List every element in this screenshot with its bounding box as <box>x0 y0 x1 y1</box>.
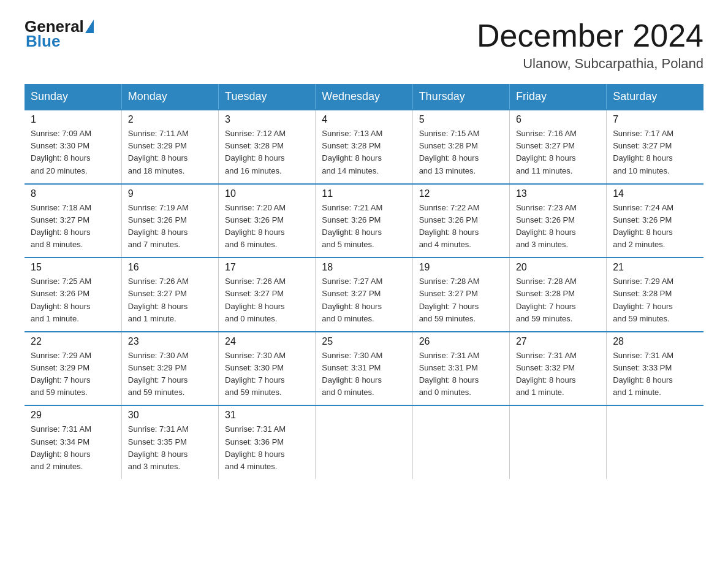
calendar-cell: 4 Sunrise: 7:13 AM Sunset: 3:28 PM Dayli… <box>316 110 412 184</box>
day-number: 5 <box>419 114 503 125</box>
day-info: Sunrise: 7:28 AM Sunset: 3:28 PM Dayligh… <box>516 275 600 325</box>
day-number: 27 <box>516 336 600 347</box>
day-number: 26 <box>419 336 503 347</box>
day-info: Sunrise: 7:09 AM Sunset: 3:30 PM Dayligh… <box>31 128 115 177</box>
day-info: Sunrise: 7:25 AM Sunset: 3:26 PM Dayligh… <box>31 275 115 325</box>
day-info: Sunrise: 7:27 AM Sunset: 3:27 PM Dayligh… <box>322 275 406 325</box>
day-info: Sunrise: 7:11 AM Sunset: 3:29 PM Dayligh… <box>128 128 212 177</box>
day-number: 19 <box>419 262 503 273</box>
day-number: 16 <box>128 262 212 273</box>
day-info: Sunrise: 7:17 AM Sunset: 3:27 PM Dayligh… <box>613 128 697 177</box>
calendar-cell: 20 Sunrise: 7:28 AM Sunset: 3:28 PM Dayl… <box>509 258 606 332</box>
day-info: Sunrise: 7:31 AM Sunset: 3:34 PM Dayligh… <box>31 423 115 473</box>
day-info: Sunrise: 7:24 AM Sunset: 3:26 PM Dayligh… <box>613 202 697 251</box>
calendar-cell: 13 Sunrise: 7:23 AM Sunset: 3:26 PM Dayl… <box>509 184 606 258</box>
calendar-cell: 16 Sunrise: 7:26 AM Sunset: 3:27 PM Dayl… <box>121 258 218 332</box>
day-info: Sunrise: 7:29 AM Sunset: 3:28 PM Dayligh… <box>613 275 697 325</box>
calendar-table: SundayMondayTuesdayWednesdayThursdayFrid… <box>25 84 703 479</box>
day-info: Sunrise: 7:31 AM Sunset: 3:36 PM Dayligh… <box>225 423 309 473</box>
calendar-cell: 30 Sunrise: 7:31 AM Sunset: 3:35 PM Dayl… <box>121 405 218 479</box>
day-number: 31 <box>225 410 309 421</box>
day-info: Sunrise: 7:13 AM Sunset: 3:28 PM Dayligh… <box>322 128 406 177</box>
day-info: Sunrise: 7:12 AM Sunset: 3:28 PM Dayligh… <box>225 128 309 177</box>
week-row-5: 29 Sunrise: 7:31 AM Sunset: 3:34 PM Dayl… <box>25 405 703 479</box>
day-number: 3 <box>225 114 309 125</box>
calendar-cell: 25 Sunrise: 7:30 AM Sunset: 3:31 PM Dayl… <box>316 332 412 406</box>
day-info: Sunrise: 7:29 AM Sunset: 3:29 PM Dayligh… <box>31 350 115 399</box>
day-number: 8 <box>31 188 115 199</box>
day-info: Sunrise: 7:16 AM Sunset: 3:27 PM Dayligh… <box>516 128 600 177</box>
calendar-cell: 19 Sunrise: 7:28 AM Sunset: 3:27 PM Dayl… <box>412 258 509 332</box>
day-number: 6 <box>516 114 600 125</box>
day-info: Sunrise: 7:15 AM Sunset: 3:28 PM Dayligh… <box>419 128 503 177</box>
calendar-cell: 2 Sunrise: 7:11 AM Sunset: 3:29 PM Dayli… <box>121 110 218 184</box>
location-text: Ulanow, Subcarpathia, Poland <box>477 56 703 72</box>
weekday-header-thursday: Thursday <box>412 84 509 110</box>
calendar-cell <box>607 405 703 479</box>
day-info: Sunrise: 7:20 AM Sunset: 3:26 PM Dayligh… <box>225 202 309 251</box>
day-info: Sunrise: 7:19 AM Sunset: 3:26 PM Dayligh… <box>128 202 212 251</box>
day-info: Sunrise: 7:31 AM Sunset: 3:35 PM Dayligh… <box>128 423 212 473</box>
day-number: 28 <box>613 336 697 347</box>
weekday-header-friday: Friday <box>509 84 606 110</box>
day-info: Sunrise: 7:31 AM Sunset: 3:33 PM Dayligh… <box>613 350 697 399</box>
logo-blue-text: Blue <box>26 32 60 51</box>
day-info: Sunrise: 7:30 AM Sunset: 3:29 PM Dayligh… <box>128 350 212 399</box>
calendar-cell: 28 Sunrise: 7:31 AM Sunset: 3:33 PM Dayl… <box>607 332 703 406</box>
day-number: 18 <box>322 262 406 273</box>
calendar-cell: 31 Sunrise: 7:31 AM Sunset: 3:36 PM Dayl… <box>219 405 316 479</box>
calendar-cell: 12 Sunrise: 7:22 AM Sunset: 3:26 PM Dayl… <box>412 184 509 258</box>
day-number: 2 <box>128 114 212 125</box>
day-number: 24 <box>225 336 309 347</box>
calendar-cell: 22 Sunrise: 7:29 AM Sunset: 3:29 PM Dayl… <box>25 332 121 406</box>
calendar-cell <box>509 405 606 479</box>
day-number: 23 <box>128 336 212 347</box>
day-number: 21 <box>613 262 697 273</box>
calendar-cell <box>316 405 412 479</box>
day-info: Sunrise: 7:30 AM Sunset: 3:30 PM Dayligh… <box>225 350 309 399</box>
day-number: 25 <box>322 336 406 347</box>
logo: General Blue <box>25 18 95 51</box>
day-info: Sunrise: 7:28 AM Sunset: 3:27 PM Dayligh… <box>419 275 503 325</box>
day-info: Sunrise: 7:18 AM Sunset: 3:27 PM Dayligh… <box>31 202 115 251</box>
day-number: 9 <box>128 188 212 199</box>
week-row-2: 8 Sunrise: 7:18 AM Sunset: 3:27 PM Dayli… <box>25 184 703 258</box>
day-info: Sunrise: 7:30 AM Sunset: 3:31 PM Dayligh… <box>322 350 406 399</box>
calendar-cell: 7 Sunrise: 7:17 AM Sunset: 3:27 PM Dayli… <box>607 110 703 184</box>
calendar-cell: 23 Sunrise: 7:30 AM Sunset: 3:29 PM Dayl… <box>121 332 218 406</box>
weekday-header-wednesday: Wednesday <box>316 84 412 110</box>
page-header: General Blue December 2024 Ulanow, Subca… <box>25 18 703 72</box>
day-number: 10 <box>225 188 309 199</box>
day-info: Sunrise: 7:31 AM Sunset: 3:32 PM Dayligh… <box>516 350 600 399</box>
week-row-1: 1 Sunrise: 7:09 AM Sunset: 3:30 PM Dayli… <box>25 110 703 184</box>
logo-triangle-icon <box>85 20 94 33</box>
calendar-cell: 15 Sunrise: 7:25 AM Sunset: 3:26 PM Dayl… <box>25 258 121 332</box>
day-number: 29 <box>31 410 115 421</box>
calendar-cell: 11 Sunrise: 7:21 AM Sunset: 3:26 PM Dayl… <box>316 184 412 258</box>
title-block: December 2024 Ulanow, Subcarpathia, Pola… <box>477 18 703 72</box>
day-number: 13 <box>516 188 600 199</box>
calendar-cell: 10 Sunrise: 7:20 AM Sunset: 3:26 PM Dayl… <box>219 184 316 258</box>
weekday-header-sunday: Sunday <box>25 84 121 110</box>
calendar-cell: 14 Sunrise: 7:24 AM Sunset: 3:26 PM Dayl… <box>607 184 703 258</box>
day-number: 22 <box>31 336 115 347</box>
day-number: 12 <box>419 188 503 199</box>
day-number: 4 <box>322 114 406 125</box>
calendar-cell: 26 Sunrise: 7:31 AM Sunset: 3:31 PM Dayl… <box>412 332 509 406</box>
day-info: Sunrise: 7:26 AM Sunset: 3:27 PM Dayligh… <box>128 275 212 325</box>
weekday-header-row: SundayMondayTuesdayWednesdayThursdayFrid… <box>25 84 703 110</box>
calendar-cell: 29 Sunrise: 7:31 AM Sunset: 3:34 PM Dayl… <box>25 405 121 479</box>
calendar-cell: 17 Sunrise: 7:26 AM Sunset: 3:27 PM Dayl… <box>219 258 316 332</box>
day-number: 7 <box>613 114 697 125</box>
day-number: 14 <box>613 188 697 199</box>
day-number: 17 <box>225 262 309 273</box>
month-title: December 2024 <box>477 18 703 53</box>
day-number: 20 <box>516 262 600 273</box>
day-info: Sunrise: 7:21 AM Sunset: 3:26 PM Dayligh… <box>322 202 406 251</box>
day-info: Sunrise: 7:22 AM Sunset: 3:26 PM Dayligh… <box>419 202 503 251</box>
calendar-cell: 18 Sunrise: 7:27 AM Sunset: 3:27 PM Dayl… <box>316 258 412 332</box>
week-row-4: 22 Sunrise: 7:29 AM Sunset: 3:29 PM Dayl… <box>25 332 703 406</box>
calendar-cell: 24 Sunrise: 7:30 AM Sunset: 3:30 PM Dayl… <box>219 332 316 406</box>
calendar-cell: 21 Sunrise: 7:29 AM Sunset: 3:28 PM Dayl… <box>607 258 703 332</box>
calendar-cell: 27 Sunrise: 7:31 AM Sunset: 3:32 PM Dayl… <box>509 332 606 406</box>
